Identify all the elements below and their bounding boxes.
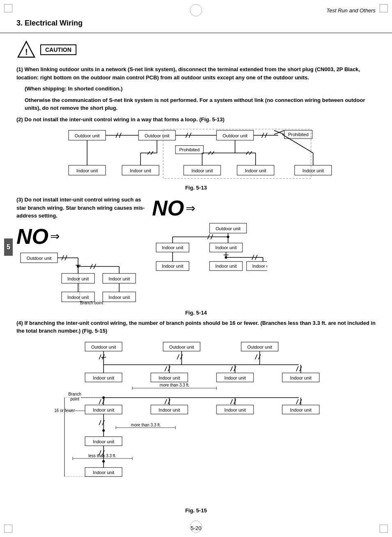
svg-line-135 — [231, 366, 233, 371]
corner-mark-br — [380, 525, 388, 533]
svg-text:Outdoor unit: Outdoor unit — [27, 256, 52, 261]
svg-line-176 — [99, 420, 101, 425]
svg-text:Indoor unit: Indoor unit — [76, 168, 98, 173]
no-symbol-2: NO — [152, 196, 184, 220]
fig-5-13-label: Fig. 5-13 — [16, 185, 376, 191]
para-4: (4) If branching the inter-unit control … — [16, 319, 376, 335]
svg-text:Indoor unit: Indoor unit — [215, 264, 237, 268]
para-3-right: NO ⇒ Outdoor unit Indoor unit Indoor uni… — [152, 196, 376, 281]
bottom-center-mark — [190, 521, 202, 533]
top-center-mark — [190, 4, 202, 16]
svg-text:Prohibited: Prohibited — [288, 132, 309, 137]
fig-5-15-label: Fig. 5-15 — [16, 507, 376, 514]
caution-triangle-icon: ! — [16, 40, 36, 60]
svg-text:point: point — [70, 397, 79, 401]
svg-text:Indoor unit: Indoor unit — [108, 276, 130, 281]
arrow-symbol-1: ⇒ — [50, 229, 60, 243]
svg-text:Outdoor unit: Outdoor unit — [145, 133, 170, 138]
fig-5-15-container: Outdoor unit Outdoor unit Outdoor unit I… — [16, 340, 376, 514]
svg-text:Outdoor unit: Outdoor unit — [216, 226, 241, 231]
svg-text:less than 3.3 ft.: less than 3.3 ft. — [88, 454, 116, 458]
para-3-left: (3) Do not install inter-unit control wi… — [16, 196, 148, 306]
svg-text:Indoor unit: Indoor unit — [67, 295, 89, 300]
svg-text:!: ! — [25, 47, 28, 56]
svg-text:Indoor unit: Indoor unit — [245, 168, 266, 173]
svg-line-162 — [99, 399, 101, 404]
svg-line-114 — [99, 354, 101, 359]
svg-line-133 — [165, 366, 167, 371]
fig-5-14-left-svg: Outdoor unit Indoor unit Indoor unit Ind… — [16, 251, 140, 304]
corner-mark-tr — [380, 4, 388, 12]
svg-line-118 — [255, 354, 257, 359]
svg-line-166 — [231, 399, 233, 404]
fig-5-14-right-svg: Outdoor unit Indoor unit Indoor unit Ind… — [152, 222, 267, 280]
caution-label: CAUTION — [40, 44, 76, 55]
svg-line-164 — [165, 399, 167, 404]
svg-text:Outdoor unit: Outdoor unit — [169, 345, 194, 350]
svg-text:Indoor unit: Indoor unit — [162, 264, 183, 268]
svg-text:Indoor unit: Indoor unit — [93, 407, 114, 412]
svg-text:Indoor unit: Indoor unit — [224, 407, 246, 412]
section-title: 3. Electrical Wiring — [0, 16, 392, 33]
svg-text:Indoor unit: Indoor unit — [162, 245, 183, 250]
caution-area: ! CAUTION — [16, 40, 376, 60]
svg-text:Outdoor unit: Outdoor unit — [75, 133, 100, 138]
svg-text:Indoor unit: Indoor unit — [93, 375, 114, 380]
svg-text:Indoor unit: Indoor unit — [93, 439, 114, 444]
svg-text:Outdoor unit: Outdoor unit — [223, 133, 248, 138]
fig-5-14-label: Fig. 5-14 — [16, 310, 376, 316]
svg-point-92 — [227, 236, 229, 238]
svg-text:Indoor unit: Indoor unit — [302, 168, 324, 173]
svg-text:Indoor unit: Indoor unit — [159, 375, 180, 380]
svg-text:Indoor unit: Indoor unit — [108, 295, 130, 300]
svg-text:Indoor unit: Indoor unit — [159, 407, 180, 412]
svg-text:Indoor unit: Indoor unit — [224, 375, 246, 380]
corner-mark-bl — [4, 525, 12, 533]
fig-5-13-container: Outdoor unit Outdoor unit Outdoor unit P… — [16, 128, 376, 191]
svg-text:Indoor unit: Indoor unit — [252, 264, 267, 268]
svg-text:Indoor unit: Indoor unit — [215, 245, 237, 250]
svg-text:Indoor unit: Indoor unit — [93, 470, 114, 475]
svg-line-168 — [296, 399, 298, 404]
chapter-tab: 5 — [4, 238, 13, 256]
svg-text:Indoor unit: Indoor unit — [130, 168, 151, 173]
svg-text:Indoor unit: Indoor unit — [191, 168, 213, 173]
para-2: (2) Do not install the inter-unit contro… — [16, 116, 376, 124]
no-symbol-1: NO — [16, 224, 48, 249]
corner-mark-tl — [4, 4, 12, 12]
para-1: (1) When linking outdoor units in a netw… — [16, 65, 376, 81]
para-3: (3) Do not install inter-unit control wi… — [16, 196, 148, 220]
svg-point-99 — [225, 256, 227, 259]
svg-text:more than 3.3 ft.: more than 3.3 ft. — [160, 383, 190, 387]
section-3-content: (3) Do not install inter-unit control wi… — [16, 196, 376, 306]
svg-text:Branch: Branch — [68, 392, 81, 396]
fig-5-15-svg: Outdoor unit Outdoor unit Outdoor unit I… — [52, 340, 340, 505]
svg-text:Indoor unit: Indoor unit — [290, 375, 311, 380]
svg-text:more than 3.3 ft.: more than 3.3 ft. — [131, 423, 161, 427]
svg-text:Prohibited: Prohibited — [179, 147, 200, 152]
fig-5-13-svg: Outdoor unit Outdoor unit Outdoor unit P… — [56, 128, 336, 182]
arrow-symbol-2: ⇒ — [186, 201, 195, 215]
svg-text:Outdoor unit: Outdoor unit — [247, 345, 272, 350]
svg-line-116 — [177, 354, 179, 359]
svg-line-137 — [296, 366, 298, 371]
para-1-note2: Otherwise the communication of S-net lin… — [16, 96, 376, 112]
svg-text:Outdoor unit: Outdoor unit — [91, 345, 116, 350]
svg-rect-82 — [251, 243, 265, 252]
svg-text:Indoor unit: Indoor unit — [67, 276, 89, 281]
para-1-label: (1) When linking outdoor units in a netw… — [16, 66, 360, 81]
svg-text:Indoor unit: Indoor unit — [290, 407, 311, 412]
para-1-note1: (When shipping: In shorted condition.) — [16, 85, 376, 93]
svg-text:Branch point: Branch point — [80, 301, 103, 304]
